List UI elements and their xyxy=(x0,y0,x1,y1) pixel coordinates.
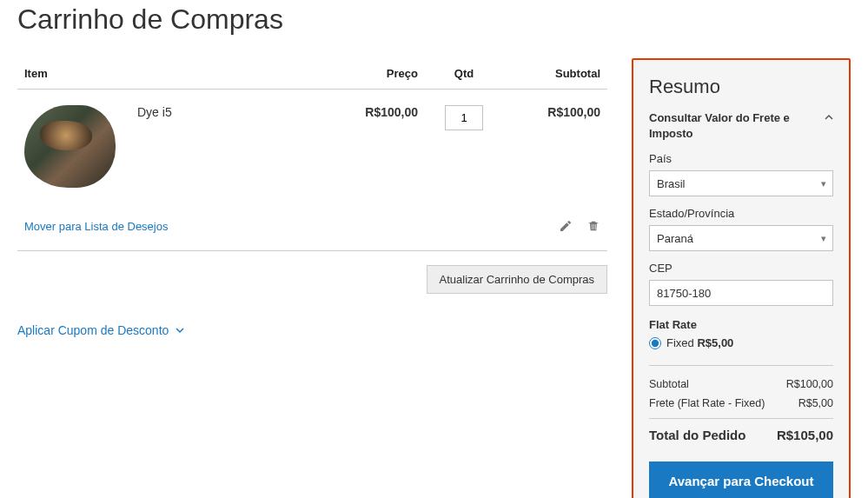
cart-row: Dye i5 R$100,00 R$100,00 xyxy=(17,90,607,204)
postcode-label: CEP xyxy=(649,262,833,275)
col-price-header: Preço xyxy=(255,58,425,90)
product-name-cell: Dye i5 xyxy=(130,90,255,204)
product-image[interactable] xyxy=(24,105,116,188)
summary-title: Resumo xyxy=(649,76,833,98)
country-select[interactable]: Brasil xyxy=(649,170,833,196)
region-label: Estado/Província xyxy=(649,207,833,220)
qty-input[interactable] xyxy=(445,105,483,130)
col-item-header: Item xyxy=(17,58,130,90)
col-qty-header: Qtd xyxy=(425,58,503,90)
shipping-method-label: Fixed xyxy=(666,336,694,349)
cart-row-actions: Mover para Lista de Desejos xyxy=(17,203,607,251)
page-title: Carrinho de Compras xyxy=(17,3,851,36)
edit-icon[interactable] xyxy=(557,219,573,235)
product-name[interactable]: Dye i5 xyxy=(137,105,172,119)
country-label: País xyxy=(649,152,833,165)
checkout-button[interactable]: Avançar para Checkout xyxy=(649,461,833,498)
grand-total-label: Total do Pedido xyxy=(649,428,745,442)
apply-coupon-label: Aplicar Cupom de Desconto xyxy=(17,323,169,337)
estimate-block-toggle[interactable]: Consultar Valor do Frete e Imposto xyxy=(649,110,833,142)
shipping-carrier-title: Flat Rate xyxy=(649,318,833,331)
shipping-total-value: R$5,00 xyxy=(798,397,833,409)
postcode-input[interactable] xyxy=(649,280,833,306)
shipping-total-label: Frete (Flat Rate - Fixed) xyxy=(649,397,765,409)
apply-coupon-toggle[interactable]: Aplicar Cupom de Desconto xyxy=(17,323,184,337)
subtotal-value: R$100,00 xyxy=(786,378,833,390)
chevron-down-icon xyxy=(176,323,184,337)
product-price: R$100,00 xyxy=(255,90,425,204)
shipping-method-option[interactable]: Fixed R$5,00 xyxy=(649,336,833,349)
product-image-cell xyxy=(17,90,130,204)
region-select[interactable]: Paraná xyxy=(649,225,833,251)
chevron-up-icon xyxy=(825,110,833,126)
update-cart-button[interactable]: Atualizar Carrinho de Compras xyxy=(427,265,607,294)
shipping-method-radio[interactable] xyxy=(649,337,661,349)
cart-main: Item Preço Qtd Subtotal Dye i5 xyxy=(17,58,607,338)
col-subtotal-header: Subtotal xyxy=(503,58,607,90)
shipping-method-price: R$5,00 xyxy=(697,336,733,349)
subtotal-label: Subtotal xyxy=(649,378,689,390)
summary-sidebar: Resumo Consultar Valor do Frete e Impost… xyxy=(632,58,851,498)
col-item-spacer xyxy=(130,58,255,90)
cart-table: Item Preço Qtd Subtotal Dye i5 xyxy=(17,58,607,251)
trash-icon[interactable] xyxy=(585,219,600,235)
move-to-wishlist-link[interactable]: Mover para Lista de Desejos xyxy=(24,220,168,233)
product-subtotal: R$100,00 xyxy=(503,90,607,204)
grand-total-value: R$105,00 xyxy=(777,428,833,442)
estimate-block-title: Consultar Valor do Frete e Imposto xyxy=(649,110,819,142)
